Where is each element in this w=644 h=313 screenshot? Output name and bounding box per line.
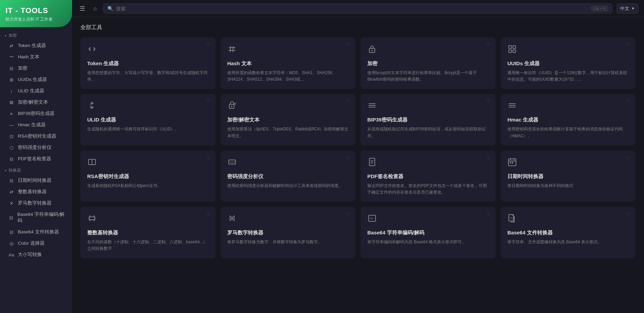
tool-card-desc: 通用唯一标识符（UUID）是一个128位数字，用于标识计算机系统中的信息。可能的… — [507, 70, 629, 83]
favorite-icon[interactable]: ♡ — [206, 155, 211, 161]
tool-card-base[interactable]: ♡ 整数基转换器 在不同的基数（十进制、十六进制、二进制、八进制、base64.… — [80, 207, 216, 258]
base-tool-icon — [87, 213, 209, 225]
sidebar-item-datetime[interactable]: ⊟ 日期时间转换器 — [2, 175, 70, 186]
favorite-icon[interactable]: ♡ — [346, 98, 351, 104]
ulid-icon: ↕ — [8, 89, 14, 94]
favorite-icon[interactable]: ♡ — [486, 98, 491, 104]
tool-card-desc: 使用加密算法（如AES、TripleDES、Rabbit或RC4）加密和解密文本… — [227, 126, 349, 139]
favorite-icon[interactable]: ♡ — [626, 211, 631, 217]
tool-card-title: PDF签名检查器 — [367, 173, 489, 180]
tool-card-desc: 使用此密码强度分析器和破解时间估计工具来发现密码的强度。 — [227, 183, 349, 189]
favorite-icon[interactable]: ♡ — [206, 42, 211, 48]
tool-card-desc: 验证PDF文件的签名。签名的PDF文件包含一个或多个签名，可用于确定文件的内容在… — [367, 183, 489, 196]
favorite-icon[interactable]: ♡ — [346, 211, 351, 217]
svg-point-14 — [231, 106, 232, 107]
sidebar-item-case[interactable]: Aa 大小写转换 — [2, 249, 70, 260]
favorite-icon[interactable]: ♡ — [346, 42, 351, 48]
language-selector[interactable]: 中文 ▼ — [617, 3, 639, 14]
sidebar-item-uuids[interactable]: ⊞ UUIDs 生成器 — [2, 74, 70, 85]
sidebar-item-label: RSA密钥对生成器 — [18, 133, 56, 139]
svg-rect-7 — [509, 46, 511, 48]
home-button[interactable]: ⌂ — [91, 4, 99, 13]
main-panel: ☰ ⌂ 🔍 Ctrl + K 中文 ▼ 全部工具 ♡ Token 生成器 使用您… — [72, 0, 644, 313]
sidebar-item-encrypttext[interactable]: ⊠ 加密/解密文本 — [2, 97, 70, 108]
case-icon: Aa — [8, 252, 14, 257]
svg-text:01: 01 — [510, 217, 513, 220]
sidebar-item-label: ULID 生成器 — [18, 88, 44, 94]
sidebar-item-ulid[interactable]: ↕ ULID 生成器 — [2, 85, 70, 96]
sidebar-item-label: 加密/解密文本 — [18, 99, 48, 105]
ulid-tool-icon: 9 0 — [87, 101, 209, 113]
rsa-tool-icon — [87, 157, 209, 169]
svg-rect-8 — [513, 46, 516, 48]
sidebar-item-rsa[interactable]: ⊡ RSA密钥对生成器 — [2, 131, 70, 142]
tool-card-bip39[interactable]: ♡ BIP39密码生成器 从现有或随机助记符生成BIP39密码短语，或从密码短语… — [360, 94, 496, 145]
menu-button[interactable]: ☰ — [78, 3, 87, 14]
tool-card-ulid[interactable]: ♡ 9 0 ULID 生成器 生成随机的通用唯一词典可排序标识符（ULID）。 — [80, 94, 216, 145]
favorite-icon[interactable]: ♡ — [486, 211, 491, 217]
sidebar-item-roman[interactable]: ✕ 罗马数字转换器 — [2, 198, 70, 209]
svg-rect-29 — [510, 162, 511, 163]
bip39-tool-icon — [367, 101, 489, 113]
token-icon: ⇄ — [8, 43, 14, 48]
svg-point-6 — [371, 50, 373, 51]
tool-card-pdf[interactable]: ♡ PDF签名检查器 验证PDF文件的签名。签名的PDF文件包含一个或多个签名，… — [360, 150, 496, 202]
tool-card-base64str[interactable]: ♡ 01 Base64 字符串编码/解码 将字符串编码和解码为其 Base64 … — [360, 207, 496, 258]
sidebar-item-bip39[interactable]: ≡ BIP39密码生成器 — [2, 108, 70, 119]
favorite-icon[interactable]: ♡ — [346, 155, 351, 161]
tool-card-datetime[interactable]: ♡ 日期时间转换器 将日期和时间转换为各种不同的格式 — [501, 150, 636, 202]
tool-card-title: Hmac 生成器 — [507, 117, 629, 123]
tool-card-title: Base64 文件转换器 — [507, 230, 629, 236]
favorite-icon[interactable]: ♡ — [486, 155, 491, 161]
favorite-icon[interactable]: ♡ — [486, 42, 491, 48]
search-input[interactable] — [116, 6, 588, 11]
favorite-icon[interactable]: ♡ — [626, 98, 631, 104]
sidebar-item-hash[interactable]: 〜 Hash 文本 — [2, 51, 70, 62]
sidebar-item-token[interactable]: ⇄ Token 生成器 — [2, 40, 70, 51]
password-tool-icon — [227, 157, 349, 169]
sidebar-item-hmac[interactable]: — Hmac 生成器 — [2, 119, 70, 130]
base64str-icon: ⊟ — [8, 215, 14, 220]
tool-card-base64file[interactable]: ♡ 01 Base64 文件转换器 将字符串、文件或图像转换为其 Base64 … — [501, 207, 636, 258]
hmac-tool-icon — [507, 101, 629, 113]
sidebar-item-label: 罗马数字转换器 — [18, 200, 51, 206]
tool-card-encrypt[interactable]: ♡ 加密 使用bcrypt对文本字符串进行哈希和比较。Bcrypt是一个基于Bl… — [360, 37, 496, 89]
tool-card-rsa[interactable]: ♡ RSA密钥对生成器 生成新的随机RSA私钥和公钥pem证书。 — [80, 150, 216, 202]
favorite-icon[interactable]: ♡ — [206, 98, 211, 104]
tool-card-title: Token 生成器 — [87, 60, 209, 67]
content-title: 全部工具 — [80, 24, 636, 31]
tool-card-desc: 使用您想要的字符、大写或小写字母、数字和/或符号生成随机字符串。 — [87, 70, 209, 83]
sidebar-item-base64file[interactable]: ⊟ Base64 文件转换器 — [2, 227, 70, 237]
base64file-icon: ⊟ — [8, 230, 14, 235]
sidebar-item-color[interactable]: ◎ Color 选择器 — [2, 238, 70, 249]
sidebar-item-encrypt[interactable]: ⊟ 加密 — [2, 63, 70, 74]
sidebar-item-base64str[interactable]: ⊟ Base64 字符串编码/解码 — [2, 209, 70, 226]
hmac-icon: — — [8, 123, 14, 128]
tool-card-uuids[interactable]: ♡ UUIDs 生成器 通用唯一标识符（UUID）是一个128位数字，用于标识计… — [501, 37, 636, 89]
favorite-icon[interactable]: ♡ — [626, 42, 631, 48]
tool-card-roman[interactable]: ♡ 罗马数字转换器 将罗马数字转换为数字，并将数字转换为罗马数字。 — [220, 207, 356, 258]
sidebar-item-pdf[interactable]: ⊟ PDF签名检查器 — [2, 153, 70, 164]
sidebar-logo: IT - TOOLS 助力开发人员和 IT 工作者 — [0, 0, 72, 27]
sidebar-item-password[interactable]: ⬡ 密码强度分析仪 — [2, 142, 70, 153]
tool-card-title: 日期时间转换器 — [507, 173, 629, 180]
tool-card-hmac[interactable]: ♡ Hmac 生成器 使用密钥和您喜欢的哈希函数计算基于哈希的消息身份验证代码（… — [501, 94, 636, 145]
svg-rect-9 — [509, 50, 511, 53]
sidebar-section-label: ▾ 转换器 — [0, 165, 72, 175]
tool-card-hash[interactable]: ♡ Hash 文本 使用所需的函数哈希文本字符串：MD5、SHA1、SHA256… — [220, 37, 356, 89]
favorite-icon[interactable]: ♡ — [206, 211, 211, 217]
sidebar-item-base[interactable]: ⇄ 整数基转换器 — [2, 186, 70, 197]
tool-card-token[interactable]: ♡ Token 生成器 使用您想要的字符、大写或小写字母、数字和/或符号生成随机… — [80, 37, 216, 89]
svg-text:0: 0 — [90, 106, 92, 109]
sidebar-item-label: Hash 文本 — [18, 54, 39, 60]
password-icon: ⬡ — [8, 145, 14, 150]
tool-card-title: 加密 — [367, 60, 489, 67]
chevron-down-icon: ▾ — [5, 34, 7, 37]
encrypt-icon: ⊟ — [8, 66, 14, 71]
tool-card-title: UUIDs 生成器 — [507, 60, 629, 67]
tool-card-password[interactable]: ♡ 密码强度分析仪 使用此密码强度分析器和破解时间估计工具来发现密码的强度。 — [220, 150, 356, 202]
tool-card-encrypttext[interactable]: ♡ 加密/解密文本 使用加密算法（如AES、TripleDES、Rabbit或R… — [220, 94, 356, 145]
favorite-icon[interactable]: ♡ — [626, 155, 631, 161]
search-icon: 🔍 — [107, 6, 113, 11]
sidebar-item-label: 整数基转换器 — [18, 189, 47, 195]
